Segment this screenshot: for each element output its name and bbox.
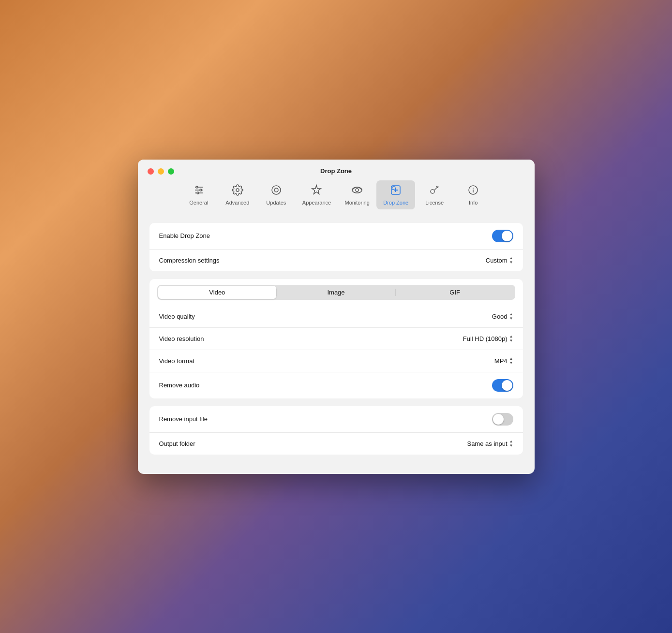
video-resolution-row: Video resolution Full HD (1080p) ▲ ▼ bbox=[149, 328, 523, 350]
format-stepper-arrows[interactable]: ▲ ▼ bbox=[509, 357, 513, 365]
tab-license-label: License bbox=[425, 200, 444, 206]
updates-icon bbox=[270, 184, 282, 198]
enable-dropzone-toggle[interactable] bbox=[492, 230, 513, 242]
remove-input-file-label: Remove input file bbox=[159, 415, 208, 423]
svg-point-5 bbox=[197, 192, 199, 194]
enable-dropzone-label: Enable Drop Zone bbox=[159, 232, 210, 239]
main-window: Drop Zone General bbox=[138, 160, 535, 474]
remove-input-file-toggle[interactable] bbox=[492, 413, 513, 426]
tab-monitoring[interactable]: Monitoring bbox=[338, 180, 376, 209]
advanced-icon bbox=[232, 184, 243, 198]
video-resolution-value: Full HD (1080p) bbox=[463, 335, 508, 342]
maximize-button[interactable] bbox=[168, 168, 174, 175]
stepper-up-arrow[interactable]: ▲ bbox=[509, 256, 513, 260]
svg-point-8 bbox=[274, 188, 278, 192]
svg-point-13 bbox=[431, 190, 434, 193]
video-quality-value: Good bbox=[492, 313, 508, 320]
video-quality-row: Video quality Good ▲ ▼ bbox=[149, 306, 523, 328]
output-folder-value: Same as input bbox=[467, 440, 507, 447]
tab-general[interactable]: General bbox=[179, 180, 218, 209]
enable-dropzone-row: Enable Drop Zone bbox=[149, 223, 523, 250]
stepper-down-arrow[interactable]: ▼ bbox=[509, 261, 513, 265]
close-button[interactable] bbox=[148, 168, 154, 175]
output-folder-row: Output folder Same as input ▲ ▼ bbox=[149, 433, 523, 455]
titlebar: Drop Zone General bbox=[138, 160, 535, 215]
svg-point-7 bbox=[272, 186, 281, 194]
tab-appearance-label: Appearance bbox=[302, 200, 331, 206]
section-media-settings: Video Image GIF Video quality Good ▲ ▼ V… bbox=[149, 279, 523, 398]
section-file-settings: Remove input file Output folder Same as … bbox=[149, 406, 523, 455]
video-format-row: Video format MP4 ▲ ▼ bbox=[149, 350, 523, 372]
toolbar: General Advanced bbox=[148, 180, 525, 215]
video-format-stepper[interactable]: MP4 ▲ ▼ bbox=[494, 357, 513, 365]
tab-appearance[interactable]: Appearance bbox=[296, 180, 338, 209]
section-main-settings: Enable Drop Zone Compression settings Cu… bbox=[149, 223, 523, 271]
output-folder-label: Output folder bbox=[159, 440, 195, 447]
compression-settings-value: Custom bbox=[486, 257, 508, 264]
license-icon bbox=[429, 184, 440, 198]
tab-license[interactable]: License bbox=[415, 180, 454, 209]
tab-advanced[interactable]: Advanced bbox=[218, 180, 257, 209]
svg-rect-12 bbox=[392, 187, 395, 190]
general-icon bbox=[193, 184, 205, 198]
tab-updates[interactable]: Updates bbox=[257, 180, 296, 209]
video-quality-stepper[interactable]: Good ▲ ▼ bbox=[492, 312, 513, 321]
tab-gif[interactable]: GIF bbox=[396, 286, 514, 299]
tab-updates-label: Updates bbox=[266, 200, 286, 206]
window-controls bbox=[148, 168, 174, 175]
svg-point-3 bbox=[196, 186, 198, 188]
remove-audio-label: Remove audio bbox=[159, 382, 200, 389]
resolution-stepper-arrows[interactable]: ▲ ▼ bbox=[509, 335, 513, 343]
svg-point-10 bbox=[356, 189, 358, 191]
video-format-label: Video format bbox=[159, 357, 194, 365]
svg-point-4 bbox=[200, 189, 202, 191]
dropzone-icon bbox=[390, 184, 402, 198]
compression-stepper-arrows[interactable]: ▲ ▼ bbox=[509, 256, 513, 265]
svg-point-16 bbox=[473, 188, 474, 188]
tab-dropzone[interactable]: Drop Zone bbox=[376, 180, 415, 209]
video-resolution-label: Video resolution bbox=[159, 335, 204, 342]
tab-info-label: Info bbox=[469, 200, 478, 206]
tab-image[interactable]: Image bbox=[277, 286, 395, 299]
media-type-segmented: Video Image GIF bbox=[157, 285, 515, 300]
tab-advanced-label: Advanced bbox=[225, 200, 249, 206]
tab-info[interactable]: Info bbox=[454, 180, 493, 209]
tab-monitoring-label: Monitoring bbox=[344, 200, 369, 206]
output-folder-stepper[interactable]: Same as input ▲ ▼ bbox=[467, 440, 513, 448]
output-stepper-arrows[interactable]: ▲ ▼ bbox=[509, 440, 513, 448]
video-format-value: MP4 bbox=[494, 357, 508, 365]
remove-audio-toggle[interactable] bbox=[492, 379, 513, 392]
remove-input-file-row: Remove input file bbox=[149, 406, 523, 433]
tab-dropzone-label: Drop Zone bbox=[383, 200, 408, 206]
compression-settings-row: Compression settings Custom ▲ ▼ bbox=[149, 250, 523, 271]
video-quality-label: Video quality bbox=[159, 313, 195, 320]
compression-settings-stepper[interactable]: Custom ▲ ▼ bbox=[486, 256, 513, 265]
remove-audio-row: Remove audio bbox=[149, 372, 523, 398]
minimize-button[interactable] bbox=[158, 168, 164, 175]
appearance-icon bbox=[311, 184, 322, 198]
monitoring-icon bbox=[351, 184, 363, 198]
tab-general-label: General bbox=[189, 200, 208, 206]
video-resolution-stepper[interactable]: Full HD (1080p) ▲ ▼ bbox=[463, 335, 513, 343]
info-icon bbox=[467, 184, 479, 198]
content-area: Enable Drop Zone Compression settings Cu… bbox=[138, 215, 535, 474]
quality-stepper-arrows[interactable]: ▲ ▼ bbox=[509, 312, 513, 321]
tab-video[interactable]: Video bbox=[158, 286, 277, 299]
compression-settings-label: Compression settings bbox=[159, 257, 220, 264]
window-title: Drop Zone bbox=[320, 167, 352, 175]
svg-point-6 bbox=[236, 189, 239, 191]
